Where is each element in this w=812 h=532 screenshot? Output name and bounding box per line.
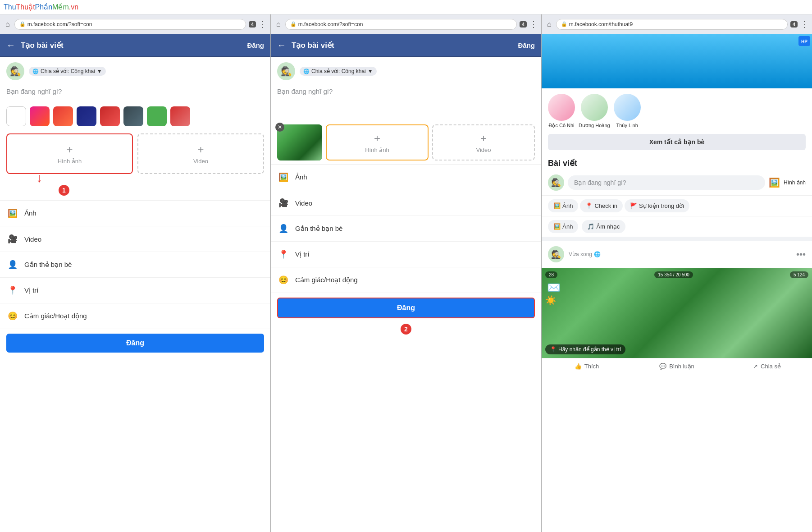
post-avatar: 🕵️	[548, 246, 564, 262]
bg-swatch-pink[interactable]	[30, 106, 50, 126]
action-list-1: 🖼️ Ảnh 🎥 Video 👤 Gắn thẻ bạn bè 📍 Vị trí	[0, 200, 270, 329]
plus-icon-video-2: +	[480, 132, 487, 145]
privacy-button-1[interactable]: 🌐 Chia sẻ với: Công khai ▼	[29, 67, 106, 76]
action-video-2[interactable]: 🎥 Video	[271, 190, 541, 216]
bottom-music-btn[interactable]: 🎵 Âm nhạc	[582, 220, 625, 233]
action-location-1[interactable]: 📍 Vị trí	[0, 278, 270, 303]
avatar-1: 🕵️	[6, 62, 24, 80]
friend-avatar-2	[581, 94, 608, 121]
share-label: Chia sẻ	[761, 363, 781, 370]
game-image-2	[277, 124, 322, 161]
post-composer-row: 🕵️ Bạn đang nghĩ gì? 🖼️ Hình ảnh	[542, 170, 812, 196]
bg-selector-1	[0, 103, 270, 130]
bottom-music-icon: 🎵	[587, 223, 594, 230]
address-bar-1[interactable]: 🔒 m.facebook.com/?soft=con	[14, 19, 246, 30]
location-tag[interactable]: 📍 Hãy nhấn để gắn thẻ vị trí	[545, 344, 625, 354]
post-header-button-1[interactable]: Đăng	[247, 41, 265, 49]
quick-photo-btn[interactable]: 🖼️ Ảnh	[548, 199, 578, 212]
action-feeling-2[interactable]: 😊 Cảm giác/Hoạt động	[271, 267, 541, 293]
back-button-1[interactable]: ←	[6, 40, 15, 50]
action-video-1[interactable]: 🎥 Video	[0, 226, 270, 252]
quick-event-btn[interactable]: 🚩 Sự kiện trong đời	[625, 199, 689, 212]
menu-dots-3[interactable]: ⋮	[800, 19, 808, 29]
video-label-2: Video	[476, 147, 491, 153]
thumb-row-2: ✕ + Hình ảnh + Video	[271, 121, 541, 164]
page-title-2: Tạo bài viết	[292, 41, 518, 50]
tab-count-2[interactable]: 4	[520, 21, 527, 28]
home-button-2[interactable]: ⌂	[274, 19, 283, 29]
action-location-2[interactable]: 📍 Vị trí	[271, 242, 541, 267]
action-feeling-1[interactable]: 😊 Cảm giác/Hoạt động	[0, 303, 270, 329]
bg-swatch-white[interactable]	[6, 106, 26, 126]
post-placeholder-2[interactable]: Bạn đang nghĩ gì?	[271, 86, 541, 103]
plus-icon-photo-1: +	[66, 143, 73, 156]
back-button-2[interactable]: ←	[277, 40, 286, 50]
bg-swatch-grey[interactable]	[123, 106, 143, 126]
logo-thuat: Thuật	[16, 3, 35, 11]
friend-item-2: Dương Hoàng	[579, 94, 610, 128]
action-location-label-1: Vị trí	[24, 286, 39, 294]
logo-bar: Thu Thuật Phần Mềm .vn	[0, 0, 812, 14]
bottom-photo-icon: 🖼️	[553, 223, 561, 230]
composer-input-3[interactable]: Bạn đang nghĩ gì?	[568, 175, 765, 190]
like-button[interactable]: 👍 Thích	[542, 358, 632, 374]
post-more-btn[interactable]: •••	[796, 249, 806, 260]
tag-icon-1: 👤	[6, 258, 19, 271]
action-feeling-label-2: Cảm giác/Hoạt động	[295, 276, 358, 284]
avatar-2: 🕵️	[277, 62, 295, 80]
panel-3: ⌂ 🔒 m.facebook.com/thuthuat9 4 ⋮ HP	[542, 14, 812, 532]
action-photo-1[interactable]: 🖼️ Ảnh	[0, 201, 270, 226]
action-tag-1[interactable]: 👤 Gắn thẻ bạn bè	[0, 252, 270, 278]
home-button-3[interactable]: ⌂	[545, 19, 553, 29]
share-button[interactable]: ↗ Chia sẻ	[722, 358, 812, 374]
tab-count-3[interactable]: 4	[790, 21, 798, 28]
globe-icon-post: 🌐	[594, 251, 601, 257]
video-add-box-2[interactable]: + Video	[432, 124, 535, 161]
action-photo-2[interactable]: 🖼️ Ảnh	[271, 165, 541, 190]
action-video-label-1: Video	[24, 235, 41, 243]
lock-icon-2: 🔒	[290, 21, 297, 27]
action-video-label-2: Video	[295, 199, 312, 207]
quick-event-label: Sự kiện trong đời	[639, 202, 684, 209]
address-bar-3[interactable]: 🔒 m.facebook.com/thuthuat9	[556, 19, 788, 30]
post-button-2[interactable]: Đăng	[277, 298, 535, 318]
post-placeholder-1[interactable]: Bạn đang nghĩ gì?	[0, 86, 270, 103]
close-thumb-2[interactable]: ✕	[275, 123, 284, 132]
logo-thu: Thu	[4, 3, 16, 11]
home-button-1[interactable]: ⌂	[4, 19, 12, 29]
bg-swatch-floral[interactable]	[100, 106, 120, 126]
comment-button[interactable]: 💬 Bình luận	[632, 358, 722, 374]
menu-dots-2[interactable]: ⋮	[529, 19, 538, 29]
friend-item-1: Độc Cô Nhi	[548, 94, 575, 128]
browser-chrome-1: ⌂ 🔒 m.facebook.com/?soft=con 4 ⋮	[0, 14, 270, 34]
post-header-button-2[interactable]: Đăng	[518, 41, 535, 49]
dropdown-arrow-2: ▼	[368, 68, 373, 74]
video-label-1: Video	[193, 158, 208, 165]
bg-swatch-dark[interactable]	[77, 106, 96, 126]
bottom-photo-btn[interactable]: 🖼️ Ảnh	[548, 220, 578, 233]
quick-checkin-label: Check in	[594, 202, 617, 209]
photo-video-icon[interactable]: 🖼️	[769, 177, 780, 188]
address-bar-2[interactable]: 🔒 m.facebook.com/?soft=con	[285, 19, 517, 30]
friend-name-1: Độc Cô Nhi	[548, 123, 574, 128]
menu-dots-1[interactable]: ⋮	[259, 19, 267, 29]
tab-count-1[interactable]: 4	[249, 21, 256, 28]
bg-swatch-red[interactable]	[53, 106, 73, 126]
see-all-friends-button[interactable]: Xem tất cả bạn bè	[548, 134, 806, 150]
quick-checkin-icon: 📍	[585, 202, 593, 209]
photo-upload-box-1[interactable]: + Hình ảnh	[6, 133, 133, 174]
sun-emoji: ☀️	[545, 295, 557, 306]
action-tag-2[interactable]: 👤 Gắn thẻ bạn bè	[271, 216, 541, 242]
bg-swatch-rose[interactable]	[170, 106, 190, 126]
dropdown-arrow-1: ▼	[97, 68, 102, 74]
photo-add-box-2[interactable]: + Hình ảnh	[326, 124, 429, 161]
video-upload-box-1[interactable]: + Video	[137, 133, 264, 174]
quick-checkin-btn[interactable]: 📍 Check in	[580, 199, 623, 212]
url-1: m.facebook.com/?soft=con	[27, 21, 92, 28]
post-button-1[interactable]: Đăng	[6, 334, 264, 353]
bg-swatch-green[interactable]	[147, 106, 167, 126]
action-location-label-2: Vị trí	[295, 250, 310, 258]
privacy-button-2[interactable]: 🌐 Chia sẻ với: Công khai ▼	[300, 67, 377, 76]
quick-photo-label: Ảnh	[562, 202, 573, 209]
location-icon-2: 📍	[277, 248, 290, 261]
